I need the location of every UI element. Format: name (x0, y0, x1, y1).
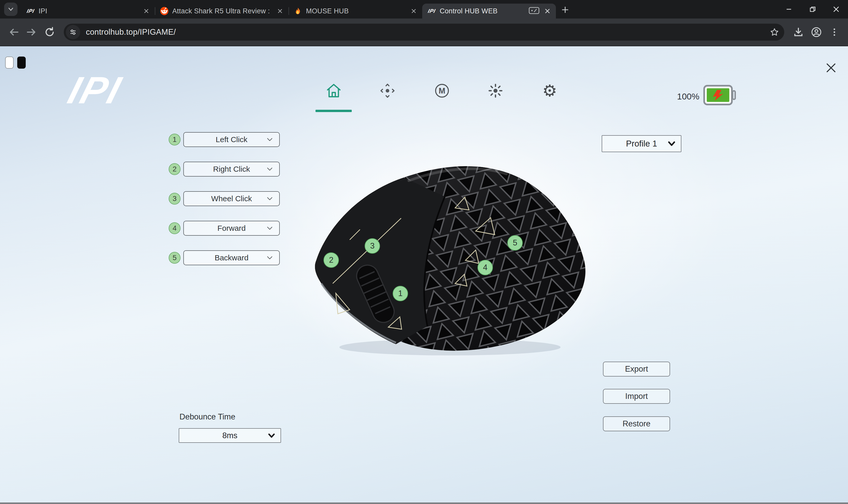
browser-menu-button[interactable] (826, 24, 842, 40)
tab-title: Attack Shark R5 Ultra Review : r (172, 7, 272, 15)
close-icon (824, 61, 838, 74)
ipi-logo-icon: IPI (25, 7, 36, 15)
mouse-marker-3: 3 (365, 238, 380, 254)
binding-select-1[interactable]: Left Click (183, 132, 280, 147)
import-button[interactable]: Import (603, 389, 670, 404)
browser-toolbar: controlhub.top/IPIGAME/ (0, 18, 848, 46)
binding-value: Wheel Click (211, 194, 252, 203)
close-icon[interactable] (142, 7, 151, 15)
binding-badge-2: 2 (169, 163, 180, 175)
tab-ipi[interactable]: IPI IPI (21, 4, 155, 18)
tab-search-button[interactable] (4, 3, 17, 16)
address-bar[interactable]: controlhub.top/IPIGAME/ (64, 24, 784, 41)
battery-charging-icon (703, 84, 736, 107)
tab-mouse-hub[interactable]: MOUSE HUB (288, 4, 422, 18)
tab-control-hub-web[interactable]: IPI Control HUB WEB (422, 4, 556, 18)
binding-select-2[interactable]: Right Click (183, 162, 280, 177)
home-icon (325, 82, 342, 99)
bookmark-star-icon[interactable] (767, 25, 782, 39)
back-button[interactable] (6, 24, 22, 40)
site-settings-icon[interactable] (66, 25, 80, 39)
close-window-button[interactable] (824, 0, 848, 18)
chevron-down-icon (266, 137, 273, 142)
page-close-button[interactable] (824, 61, 838, 75)
binding-badge-5: 5 (169, 252, 180, 264)
macro-m-icon: M (434, 83, 450, 99)
binding-badge-4: 4 (169, 222, 180, 234)
binding-value: Right Click (213, 165, 250, 174)
controlhub-page: IPI M (0, 46, 848, 502)
mouse-marker-2: 2 (323, 252, 339, 268)
debounce-select[interactable]: 8ms (179, 428, 281, 443)
ipi-logo-icon: IPI (426, 7, 437, 15)
tab-media-indicator-icon (529, 7, 540, 15)
downloads-button[interactable] (790, 24, 806, 40)
chevron-down-icon (266, 196, 273, 201)
chevron-down-icon (668, 141, 675, 146)
chevron-down-icon (266, 226, 273, 231)
color-swatch-white[interactable] (5, 56, 14, 69)
chevron-down-icon (7, 6, 14, 13)
chevron-down-icon (266, 255, 273, 260)
tab-bar: IPI IPI Attack Shark R5 Ultra Review : r (0, 0, 848, 18)
forward-button[interactable] (24, 24, 40, 40)
color-swatch-black[interactable] (17, 56, 26, 69)
reload-button[interactable] (42, 24, 58, 40)
binding-value: Forward (217, 224, 246, 233)
binding-select-4[interactable]: Forward (183, 221, 280, 236)
nav-active-underline (316, 110, 352, 112)
nav-macro-tab[interactable]: M (433, 82, 451, 100)
mouse-marker-4: 4 (477, 260, 493, 275)
svg-text:M: M (439, 86, 445, 95)
close-icon[interactable] (409, 7, 418, 15)
reddit-icon (160, 7, 169, 15)
tab-title: MOUSE HUB (306, 7, 406, 15)
export-button[interactable]: Export (603, 362, 670, 377)
flame-icon (294, 7, 302, 15)
binding-select-5[interactable]: Backward (183, 250, 280, 265)
url-text[interactable]: controlhub.top/IPIGAME/ (86, 28, 767, 37)
chevron-down-icon (268, 433, 275, 438)
nav-dpi-tab[interactable] (378, 82, 396, 100)
nav-home-tab[interactable] (325, 82, 343, 100)
ipi-logo: IPI (41, 71, 149, 109)
nav-lighting-tab[interactable] (487, 82, 505, 100)
mouse-image (311, 163, 589, 358)
binding-value: Backward (215, 253, 249, 262)
binding-select-3[interactable]: Wheel Click (183, 191, 280, 206)
mouse-marker-5: 5 (507, 235, 523, 251)
window-bottom-edge (0, 502, 848, 504)
close-icon[interactable] (543, 7, 552, 15)
debounce-value: 8ms (223, 431, 237, 440)
tab-attack-shark-review[interactable]: Attack Shark R5 Ultra Review : r (155, 4, 288, 18)
nav-settings-tab[interactable]: ⚙ (541, 82, 559, 100)
binding-value: Left Click (216, 135, 247, 144)
window-controls (777, 0, 848, 18)
new-tab-button[interactable] (559, 3, 572, 16)
mouse-marker-1: 1 (393, 286, 408, 301)
chevron-down-icon (266, 166, 273, 172)
tab-title: Control HUB WEB (440, 7, 525, 15)
battery-percent: 100% (653, 91, 700, 102)
lighting-sun-icon (488, 83, 504, 99)
binding-badge-1: 1 (169, 134, 180, 145)
binding-badge-3: 3 (169, 193, 180, 204)
tab-title: IPI (39, 7, 138, 15)
minimize-button[interactable] (777, 0, 801, 18)
close-icon[interactable] (276, 7, 284, 15)
restore-window-button[interactable] (801, 0, 824, 18)
profile-value: Profile 1 (626, 139, 657, 148)
settings-gear-icon: ⚙ (542, 83, 557, 99)
dpi-pointer-icon (379, 83, 395, 99)
debounce-time-label: Debounce Time (179, 412, 235, 421)
profile-avatar-icon[interactable] (808, 24, 824, 40)
restore-button[interactable]: Restore (603, 416, 670, 431)
